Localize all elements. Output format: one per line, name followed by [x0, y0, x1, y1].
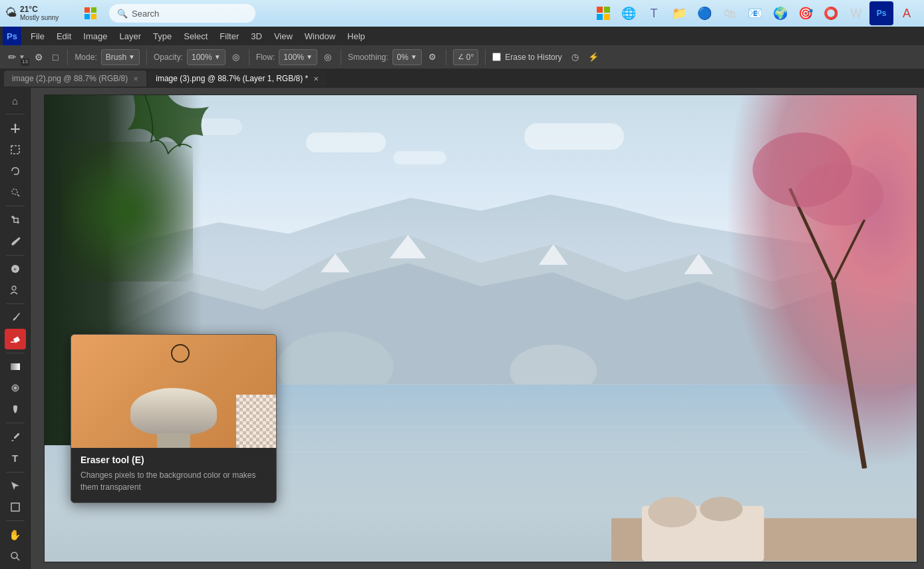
menu-help[interactable]: Help	[342, 29, 371, 43]
shape-tool-btn[interactable]	[5, 497, 26, 517]
text-tool-btn[interactable]: T	[5, 449, 26, 469]
angle-dropdown[interactable]: ∠ 0°	[453, 49, 478, 65]
weather-desc: Mostly sunny	[20, 14, 59, 22]
menu-layer[interactable]: Layer	[114, 29, 147, 43]
eyedropper-tool-btn[interactable]	[5, 232, 26, 252]
erase-to-history-checkbox[interactable]	[492, 53, 501, 61]
erase-to-history-label: Erase to History	[505, 53, 561, 62]
search-icon: 🔍	[117, 9, 128, 19]
opacity-label: Opacity:	[154, 53, 183, 62]
marquee-tool-btn[interactable]	[5, 139, 26, 159]
taskbar-icon-chrome2[interactable]: ⭕	[819, 1, 843, 25]
taskbar-icon-ps[interactable]: Ps	[869, 1, 893, 25]
lasso-tool-btn[interactable]	[5, 161, 26, 181]
dodge-tool-btn[interactable]	[5, 399, 26, 419]
mode-label: Mode:	[75, 53, 96, 62]
brush-tool-btn[interactable]	[5, 307, 26, 327]
taskbar-icon-windows[interactable]	[591, 1, 615, 25]
divider-5	[446, 49, 446, 65]
quick-select-tool-btn[interactable]	[5, 182, 26, 202]
taskbar-icon-store[interactable]: 🛍	[718, 1, 742, 25]
svg-rect-2	[84, 14, 90, 19]
tooltip-title: Eraser tool (E)	[80, 455, 267, 465]
path-select-tool-btn[interactable]	[5, 476, 26, 496]
tool-separator-6	[6, 472, 25, 473]
flow-dropdown[interactable]: 100% ▼	[279, 49, 317, 65]
menu-image[interactable]: Image	[78, 29, 112, 43]
tool-preset-picker[interactable]: ✏ ▼ 13	[5, 50, 28, 65]
tool-separator-2	[6, 255, 25, 256]
ps-logo: Ps	[3, 27, 21, 45]
smoothing-dropdown[interactable]: 0% ▼	[392, 49, 422, 65]
tool-separator-5	[6, 423, 25, 423]
svg-rect-5	[604, 7, 610, 13]
svg-rect-21	[11, 503, 19, 511]
mode-value: Brush	[106, 53, 126, 62]
crop-tool-btn[interactable]	[5, 210, 26, 230]
smoothing-label: Smoothing:	[348, 53, 388, 62]
menu-type[interactable]: Type	[148, 29, 177, 43]
opacity-dropdown[interactable]: 100% ▼	[187, 49, 226, 65]
svg-point-30	[277, 332, 394, 385]
tooltip-text-area: Eraser tool (E) Changes pixels to the ba…	[71, 448, 276, 502]
pressure-opacity-btn[interactable]: ◎	[230, 51, 242, 63]
healing-tool-btn[interactable]: +	[5, 259, 26, 279]
extra-settings-btn[interactable]: ⚡	[585, 51, 601, 63]
canvas-area[interactable]: Eraser tool (E) Changes pixels to the ba…	[31, 88, 924, 569]
brush-settings-btn[interactable]: ⚙	[32, 51, 46, 64]
pen-tool-btn[interactable]	[5, 427, 26, 447]
taskbar-icon-explorer[interactable]: 📁	[667, 1, 691, 25]
svg-point-42	[648, 496, 696, 527]
zoom-tool-btn[interactable]	[5, 546, 26, 566]
taskbar-icon-word[interactable]: W	[844, 1, 868, 25]
menu-edit[interactable]: Edit	[51, 29, 77, 43]
svg-line-37	[833, 220, 864, 282]
menu-filter[interactable]: Filter	[214, 29, 244, 43]
menu-3d[interactable]: 3D	[245, 29, 267, 43]
clone-tool-btn[interactable]	[5, 280, 26, 300]
taskbar-search[interactable]: 🔍 Search	[109, 4, 255, 23]
smoothing-settings-btn[interactable]: ⚙	[426, 51, 439, 63]
tool-separator-4	[6, 353, 25, 353]
taskbar-icon-mail[interactable]: 📧	[743, 1, 767, 25]
menu-view[interactable]: View	[269, 29, 298, 43]
menu-select[interactable]: Select	[178, 29, 213, 43]
divider-3	[249, 49, 249, 65]
taskbar-icon-chrome[interactable]: 🌍	[768, 1, 792, 25]
bowl-pedestal	[157, 433, 190, 448]
taskbar-icon-edge[interactable]: 🌐	[617, 1, 641, 25]
tab-image2[interactable]: image (2).png @ 88.7% (RGB/8) ✕	[4, 71, 146, 87]
mode-dropdown[interactable]: Brush ▼	[101, 49, 140, 65]
tab-close-1[interactable]: ✕	[133, 75, 138, 83]
eraser-tool-btn[interactable]	[5, 329, 26, 349]
menu-window[interactable]: Window	[299, 29, 341, 43]
svg-point-31	[510, 345, 597, 384]
move-tool-btn[interactable]	[5, 118, 26, 138]
svg-point-22	[11, 552, 17, 558]
checkerboard-transparency	[236, 395, 276, 448]
blur-tool-btn[interactable]	[5, 378, 26, 398]
tab-close-2[interactable]: ✕	[313, 75, 319, 83]
pressure-flow-btn[interactable]: ◎	[321, 51, 334, 63]
taskbar-icon-teams[interactable]: T	[642, 1, 666, 25]
taskbar-icon-acrobat[interactable]: A	[895, 1, 919, 25]
menu-file[interactable]: File	[25, 29, 50, 43]
bowl-shape	[130, 388, 217, 435]
gradient-tool-btn[interactable]	[5, 357, 26, 377]
interior-svg	[611, 469, 917, 562]
history-brush-btn[interactable]: ◷	[569, 51, 581, 63]
document-tab-bar: image (2).png @ 88.7% (RGB/8) ✕ image (3…	[0, 69, 924, 88]
svg-point-43	[700, 496, 742, 521]
tool-separator-0	[6, 114, 25, 114]
svg-point-14	[12, 286, 16, 290]
brush-preset-btn[interactable]: □	[50, 51, 61, 64]
weather-temp: 21°C	[20, 5, 59, 14]
cherry-detail-svg	[725, 95, 917, 469]
tab-image3[interactable]: image (3).png @ 88.7% (Layer 1, RGB/8) *…	[148, 71, 327, 87]
home-tool-btn[interactable]: ⌂	[5, 91, 26, 110]
options-bar: ✏ ▼ 13 ⚙ □ Mode: Brush ▼ Opacity: 100% ▼…	[0, 45, 924, 69]
taskbar-icon-app1[interactable]: 🎯	[794, 1, 818, 25]
hand-tool-btn[interactable]: ✋	[5, 524, 26, 544]
windows-start-button[interactable]	[78, 1, 102, 25]
taskbar-icon-edge2[interactable]: 🔵	[693, 1, 716, 25]
